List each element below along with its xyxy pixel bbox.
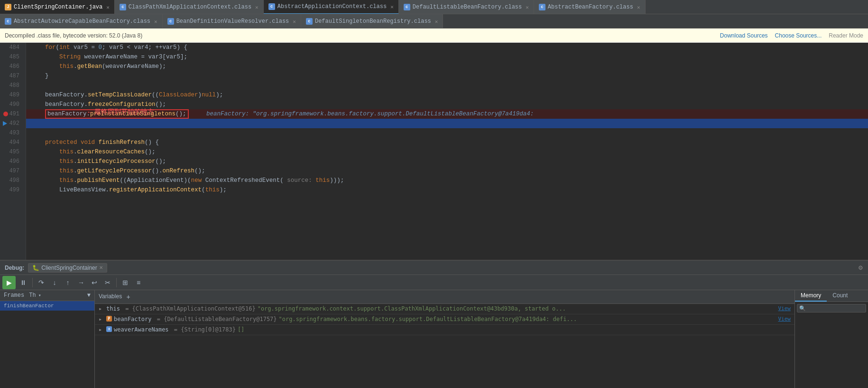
filter-icon[interactable]: ▼	[87, 292, 91, 299]
code-line-493	[26, 128, 868, 138]
tab-abstractapplication[interactable]: c AbstractApplicationContext.class ✕	[264, 0, 399, 14]
variable-this[interactable]: ▸ this = {ClassPathXmlApplicationContext…	[95, 304, 794, 314]
table-button[interactable]: ⊞	[119, 277, 131, 288]
debug-label: Debug:	[5, 265, 24, 271]
tab-close-icon[interactable]: ✕	[637, 4, 640, 10]
line-488: 488	[2, 81, 23, 90]
right-panel: Memory Count	[794, 290, 868, 388]
threads-label: Th	[29, 292, 36, 299]
code-line-485: String weaverAwareName = var3[var5];	[26, 52, 868, 62]
editor-area: 484 485 486 487 488 489 490 491 492	[0, 43, 868, 260]
code-line-489: beanFactory.setTempClassLoader((ClassLoa…	[26, 90, 868, 100]
search-input[interactable]	[797, 304, 866, 312]
tab-defaultsingleton[interactable]: c DefaultSingletonBeanRegistry.class ✕	[301, 14, 443, 28]
variables-label: Variables	[99, 293, 122, 300]
frames-header: Frames Th ▾ ▼	[0, 290, 94, 301]
chevron-down-icon[interactable]: ▾	[38, 293, 41, 298]
variables-panel: Variables + ▸ this = {ClassPathXmlApplic…	[95, 290, 794, 388]
code-line-494: protected void finishRefresh() {	[26, 138, 868, 147]
add-variable-button[interactable]: +	[123, 292, 133, 302]
code-content: for(int var5 = 0; var5 < var4; ++var5) {…	[26, 43, 868, 260]
tab-label: DefaultListableBeanFactory.class	[413, 4, 522, 10]
pause-button[interactable]: ⏸	[17, 276, 30, 289]
tab-classpathxml[interactable]: c ClassPathXmlApplicationContext.class ✕	[115, 0, 264, 14]
tab-close-icon[interactable]: ✕	[390, 4, 394, 10]
expand-arrow[interactable]: ▸	[99, 326, 104, 333]
second-tab-bar: c AbstractAutowireCapableBeanFactory.cla…	[0, 14, 868, 28]
debug-content: Frames Th ▾ ▼ finishBeanFactor Variables…	[0, 290, 868, 388]
tab-label: ClientSpringContainer.java	[14, 4, 102, 10]
list-icon: ≡	[106, 326, 112, 332]
toolbar-separator	[32, 278, 33, 287]
search-box	[795, 302, 868, 314]
variable-beanfactory[interactable]: ▸ P beanFactory = {DefaultListableBeanFa…	[95, 314, 794, 325]
debug-panel: Debug: 🐛 ClientSpringContainer ✕ ⚙ ▶ ⏸ ↷…	[0, 260, 868, 388]
tab-clientspringcontainer[interactable]: J ClientSpringContainer.java ✕	[0, 0, 115, 14]
tab-close-icon[interactable]: ✕	[154, 19, 157, 25]
code-line-488	[26, 81, 868, 90]
line-487: 487	[2, 71, 23, 81]
reader-mode-label[interactable]: Reader Mode	[829, 32, 863, 39]
tab-close-icon[interactable]: ✕	[255, 4, 259, 10]
debug-session-tab[interactable]: 🐛 ClientSpringContainer ✕	[28, 263, 107, 273]
drop-frame-button[interactable]: ✂	[102, 277, 114, 288]
class-file-icon: c	[167, 18, 174, 25]
line-493: 493	[2, 128, 23, 138]
line-494: 494	[2, 138, 23, 147]
tab-abstractbeanfactory[interactable]: c AbstractBeanFactory.class ✕	[534, 0, 646, 14]
tab-close-icon[interactable]: ✕	[435, 19, 438, 25]
evaluate-button[interactable]: ↩	[88, 277, 101, 288]
view-link[interactable]: View	[778, 305, 791, 312]
settings-button[interactable]: ≡	[132, 277, 145, 288]
line-490: 490	[2, 100, 23, 109]
expand-arrow[interactable]: ▸	[99, 305, 104, 312]
resume-button[interactable]: ▶	[2, 276, 16, 289]
frame-item[interactable]: finishBeanFactor	[0, 301, 94, 311]
step-out-button[interactable]: ↑	[62, 277, 74, 288]
p-icon: P	[106, 316, 112, 322]
choose-sources-link[interactable]: Choose Sources...	[775, 32, 822, 39]
top-tab-bar: J ClientSpringContainer.java ✕ c ClassPa…	[0, 0, 868, 14]
code-line-486: this.getBean(weaverAwareName);	[26, 62, 868, 71]
step-into-button[interactable]: ↓	[48, 277, 61, 288]
info-bar-actions: Download Sources Choose Sources... Reade…	[720, 32, 863, 39]
line-486: 486	[2, 62, 23, 71]
line-495: 495	[2, 147, 23, 157]
bug-icon: 🐛	[32, 265, 39, 271]
frame-label: finishBeanFactor	[4, 303, 54, 309]
variable-weavernames[interactable]: ▸ ≡ weaverAwareNames = {String[0]@1783} …	[95, 325, 794, 335]
tab-close-icon[interactable]: ✕	[293, 19, 296, 25]
code-line-495: this.clearResourceCaches();	[26, 147, 868, 157]
download-sources-link[interactable]: Download Sources	[720, 32, 768, 39]
session-label: ClientSpringContainer	[41, 265, 97, 271]
line-496: 496	[2, 157, 23, 166]
tab-label: BeanDefinitionValueResolver.class	[176, 18, 289, 25]
class-file-icon: c	[120, 4, 126, 10]
frames-panel: Frames Th ▾ ▼ finishBeanFactor	[0, 290, 95, 388]
line-492: 492	[2, 119, 23, 128]
tab-beandefinition[interactable]: c BeanDefinitionValueResolver.class ✕	[163, 14, 301, 28]
session-close-icon[interactable]: ✕	[99, 265, 103, 270]
tab-close-icon[interactable]: ✕	[106, 4, 110, 10]
tab-close-icon[interactable]: ✕	[526, 4, 529, 10]
code-line-497: this.getLifecycleProcessor().onRefresh()…	[26, 166, 868, 176]
step-over-button[interactable]: ↷	[35, 277, 47, 288]
code-line-498: this.publishEvent((ApplicationEvent)(new…	[26, 176, 868, 185]
settings-icon[interactable]: ⚙	[858, 265, 863, 271]
code-line-492: ← 最终回到开始的地方	[26, 119, 868, 128]
frames-label: Frames	[4, 292, 24, 299]
java-file-icon: J	[5, 4, 11, 10]
memory-tab[interactable]: Memory	[795, 290, 827, 302]
code-line-487: }	[26, 71, 868, 81]
class-file-icon: c	[404, 4, 410, 10]
tab-abstractautowire[interactable]: c AbstractAutowireCapableBeanFactory.cla…	[0, 14, 163, 28]
view-link[interactable]: View	[778, 316, 791, 322]
tab-defaultlistable[interactable]: c DefaultListableBeanFactory.class ✕	[399, 0, 534, 14]
count-tab[interactable]: Count	[827, 290, 853, 302]
line-491: 491	[2, 109, 23, 119]
expand-arrow[interactable]: ▸	[99, 316, 104, 322]
decompiled-info: Decompiled .class file, bytecode version…	[5, 32, 142, 39]
line-485: 485	[2, 52, 23, 62]
class-file-icon: c	[306, 18, 313, 25]
run-to-cursor-button[interactable]: →	[75, 277, 87, 288]
